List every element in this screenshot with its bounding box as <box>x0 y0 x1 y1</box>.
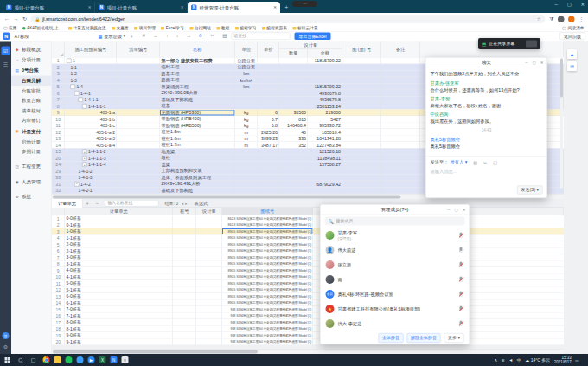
notepad-icon[interactable]: ≡ <box>119 354 131 366</box>
ledger-module-icon[interactable]: ☑ <box>2 47 10 55</box>
network-icon[interactable]: ≋ <box>502 357 505 363</box>
wechat-icon[interactable] <box>63 354 74 366</box>
expander-icon[interactable]: + <box>82 162 87 167</box>
col-note[interactable]: 备注 <box>381 42 420 58</box>
add-row-icon[interactable]: ＋ <box>129 33 134 40</box>
settings-icon[interactable]: ⚙ <box>3 344 8 350</box>
browser-tab[interactable]: N项目-计量台账✕ <box>95 2 188 13</box>
sidebar-item-计量支付[interactable]: ▣计量支付 <box>11 125 52 137</box>
sidebar-item-启动计量[interactable]: 启动计量 <box>11 137 52 147</box>
browser-tab[interactable]: N项目-计量台账✕ <box>3 2 95 13</box>
col-price[interactable]: 单价 <box>258 42 279 58</box>
task-view-icon[interactable]: ▢ <box>28 354 39 366</box>
bookmark-item[interactable]: 编程学习 <box>235 25 257 31</box>
user-avatar[interactable]: 甘 <box>3 332 10 339</box>
meeting-floating-bar[interactable]: ⋯ <box>292 1 317 7</box>
unit-row[interactable]: 31-0桩基890.5 S356标段施工图S0 变更四(2)桥梁钢筋构造图 Mo… <box>52 228 564 235</box>
unit-row[interactable]: 157-0桩基948 S356标段施工图S0 变更四(2)桩基钢筋构造图 Mod… <box>52 306 564 313</box>
bookmark-item[interactable]: 永嘉泰 <box>112 25 129 31</box>
qq-icon[interactable] <box>74 354 86 366</box>
member-row[interactable]: 张立新 <box>321 258 470 273</box>
level-dropdown[interactable]: ▦ 显示层级 ▾ <box>98 33 125 39</box>
bookmark-item[interactable]: 项目管理 <box>134 25 156 31</box>
add-unit-icon[interactable]: ＋ <box>83 200 93 206</box>
unit-row[interactable]: 94-0桩基890.5 S356标段施工图S0 变更四(2)桥梁钢筋构造图 Mo… <box>52 267 564 274</box>
search-input[interactable]: 请查找 <box>231 33 290 41</box>
forward-icon[interactable]: → <box>14 16 19 22</box>
unit-row[interactable]: 104-1桩基890.5 S356标段施工图S0 变更四(2)桥梁钢筋构造图 M… <box>52 274 564 281</box>
bookmark-item[interactable]: 应用 <box>4 25 17 31</box>
profile-avatar[interactable] <box>568 16 575 22</box>
unit-row[interactable]: 136-0桩基890.5 S356标段施工图S0 变更四(2)桥梁钢筋构造图 M… <box>52 293 564 300</box>
bookmark-item[interactable]: AK47街机电玩 上… <box>22 25 62 31</box>
col-name[interactable]: 名称 <box>160 42 235 58</box>
col-unit-name[interactable]: 计量单元 <box>65 208 173 215</box>
unit-row[interactable]: 41-1桩基890.5 S356标段施工图S0 变更四(2)桥梁钢筋构造图 Mo… <box>52 235 564 242</box>
col-design-group[interactable]: 设计量 数量 金额 <box>279 42 342 58</box>
sidebar-item-标段概况[interactable]: ◆标段概况 <box>11 45 52 55</box>
unit-row[interactable]: 115-0桩基890.5 S356标段施工图S0 变更四(2)桥梁钢筋构造图 M… <box>52 280 564 287</box>
ime-indicator[interactable]: 中 <box>517 357 521 363</box>
unit-row[interactable]: 10-0桩基862.3 S356标段施工图S0 变更四(2)桥梁钢筋构造图 Mo… <box>52 215 564 222</box>
window-minimize-icon[interactable]: ─ <box>555 2 559 7</box>
expander-icon[interactable]: − <box>71 84 76 89</box>
expander-icon[interactable]: + <box>82 156 87 161</box>
ledger-vscrollbar[interactable] <box>560 59 563 189</box>
taskbar-search-icon[interactable] <box>15 354 26 366</box>
show-desktop-button[interactable] <box>585 354 586 366</box>
unit-row[interactable]: 20-1桩基862.3 S356标段施工图S0 变更四(2)桥梁钢筋构造图 Mo… <box>52 222 564 229</box>
back-icon[interactable]: ← <box>4 16 10 22</box>
unit-hscrollbar[interactable] <box>52 349 564 354</box>
unit-row[interactable]: 178-0桩基948 S356标段施工图S0 变更四(2)桩基钢筋构造图 Mod… <box>52 319 564 326</box>
unit-row[interactable]: 167-1桩基948 S356标段施工图S0 变更四(2)桩基钢筋构造图 Mod… <box>52 313 564 320</box>
tab-close-icon[interactable]: ✕ <box>88 5 92 10</box>
bookmark-item[interactable]: 计量支付系统交流 <box>68 25 106 31</box>
indent-icon[interactable]: → <box>187 33 192 40</box>
col-unit[interactable]: 单位 <box>235 42 258 58</box>
chat-minimize-icon[interactable]: ─ <box>525 61 527 65</box>
chat-input[interactable]: 请输入消息... <box>431 169 543 175</box>
mic-muted-icon[interactable] <box>458 276 464 283</box>
excel-icon[interactable]: X <box>97 354 108 366</box>
feedback-button[interactable]: ✉ <box>567 61 577 71</box>
url-bar[interactable]: 🔒 jl.smartcost.com.cn/tender/6422/ledger… <box>31 15 546 23</box>
prev-result-icon[interactable]: ◂ <box>182 201 183 205</box>
unmute-all-button[interactable]: 解除全体静音 <box>407 333 441 343</box>
tab-expression[interactable]: 表达式 <box>189 200 214 206</box>
send-to-dropdown[interactable]: 所有人 ▾ <box>451 159 468 165</box>
delete-row-icon[interactable]: ✕ <box>142 33 146 40</box>
move-down-icon[interactable]: ↓ <box>176 33 179 40</box>
extension-avatar[interactable] <box>558 16 565 22</box>
outdent-icon[interactable]: ← <box>154 33 159 40</box>
mic-muted-icon[interactable] <box>458 305 464 312</box>
refresh-icon[interactable]: ⟳ <box>199 33 203 40</box>
col-budget-code[interactable]: 施工图预算编号 <box>65 42 117 58</box>
member-row[interactable]: 👤伟大前进 <box>321 243 470 258</box>
col-drawing[interactable]: 图 (册) 号 <box>342 42 381 58</box>
popout-icon[interactable]: ◱ <box>493 160 497 165</box>
smartcost-icon[interactable]: N <box>108 354 119 366</box>
explorer-icon[interactable] <box>52 354 63 366</box>
col-list-code[interactable]: 清单编号 <box>117 42 160 58</box>
expander-icon[interactable]: − <box>67 58 72 63</box>
member-row[interactable]: 雨 <box>321 273 470 287</box>
member-search-input[interactable]: 🔍 搜索成员 <box>325 217 465 226</box>
unit-row[interactable]: 83-1桩基890.5 S356标段施工图S0 变更四(2)桥梁钢筋构造图 Mo… <box>52 261 564 268</box>
corner-cell[interactable] <box>52 42 65 58</box>
members-minimize-icon[interactable]: ─ <box>447 208 450 212</box>
next-result-icon[interactable]: ▸ <box>185 201 187 205</box>
bookmark-item[interactable]: Excel学习 <box>161 25 184 31</box>
sidebar-item-清单核对[interactable]: 清单核对 <box>11 106 52 116</box>
chrome-icon[interactable] <box>41 354 52 366</box>
reading-list-button[interactable]: 阅读清单 <box>563 25 585 31</box>
unit-row[interactable]: 209-1桩基948 S356标段施工图S0 变更四(2)桩基钢筋构造图 Mod… <box>52 339 564 346</box>
window-maximize-icon[interactable]: ▢ <box>567 2 572 7</box>
unit-search-input[interactable]: 输入名称查找 <box>105 200 159 207</box>
members-maximize-icon[interactable]: ▢ <box>454 208 457 212</box>
member-row[interactable]: 会议奥礼4标-环区路-视频会议室 <box>321 287 470 302</box>
window-close-icon[interactable]: ✕ <box>581 2 585 7</box>
paste-icon[interactable]: ▤ <box>222 33 227 40</box>
tab-close-icon[interactable]: ✕ <box>181 5 184 10</box>
members-close-icon[interactable]: ✕ <box>463 208 466 212</box>
chat-window-titlebar[interactable]: 聊天 ─ ▢ ✕ <box>426 58 547 67</box>
